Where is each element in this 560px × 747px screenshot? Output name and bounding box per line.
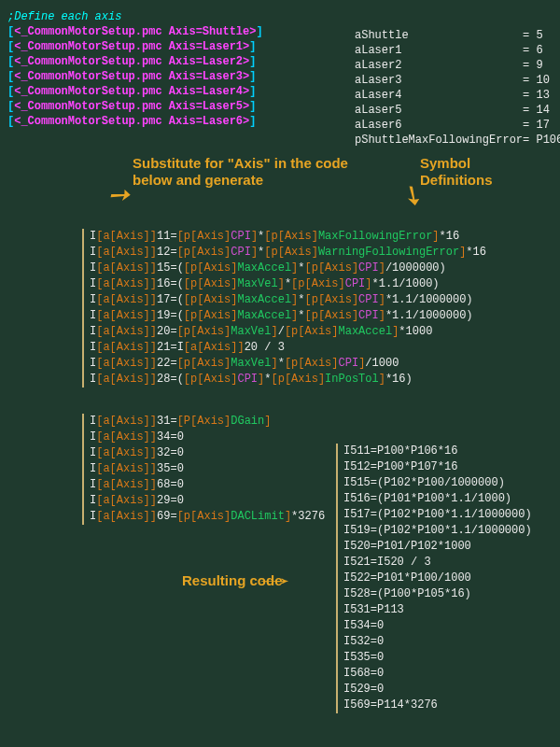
result-line: I521=I520 / 3 [343, 555, 532, 571]
symbol-row: aLaser3 = 10 [355, 73, 560, 88]
template-line: I[a[Axis]]29=0 [90, 493, 325, 509]
symbol-row: aLaser1 = 6 [355, 43, 560, 58]
include-line: [<_CommonMotorSetup.pmc Axis=Laser2>] [7, 54, 263, 69]
label-substitute: Substitute for "Axis" in the code below … [133, 155, 375, 189]
result-line: I519=(P102*P100*1.1/1000000) [343, 523, 532, 539]
template-line: I[a[Axis]]28=([p[Axis]CPI]*[p[Axis]InPos… [90, 372, 486, 388]
symbol-row: aLaser5 = 14 [355, 103, 560, 118]
comment-line: ;Define each axis [7, 9, 263, 24]
template-line: I[a[Axis]]34=0 [90, 430, 325, 445]
result-line: I516=(P101*P100*1.1/1000) [343, 491, 532, 507]
arrow-right-icon: → [261, 570, 288, 593]
symbol-row: aLaser6 = 17 [355, 118, 560, 133]
template-line: I[a[Axis]]11=[p[Axis]CPI]*[p[Axis]MaxFol… [90, 229, 486, 245]
result-line: I522=P101*P100/1000 [343, 571, 532, 586]
template-code-block-2: I[a[Axis]]31=[P[Axis]DGain]I[a[Axis]]34=… [82, 414, 325, 525]
symbol-table: aShuttle = 5aLaser1 = 6aLaser2 = 9aLaser… [355, 28, 560, 148]
template-line: I[a[Axis]]32=0 [90, 445, 325, 461]
include-line: [<_CommonMotorSetup.pmc Axis=Shuttle>] [7, 24, 263, 39]
result-line: I569=P114*3276 [343, 698, 532, 713]
include-line: [<_CommonMotorSetup.pmc Axis=Laser1>] [7, 39, 263, 54]
template-line: I[a[Axis]]20=[p[Axis]MaxVel]/[p[Axis]Max… [90, 324, 486, 340]
label-symdef: Symbol Definitions [420, 155, 532, 189]
include-line: [<_CommonMotorSetup.pmc Axis=Laser3>] [7, 69, 263, 84]
template-line: I[a[Axis]]15=([p[Axis]MaxAccel]*[p[Axis]… [90, 261, 486, 276]
result-line: I528=(P100*P105*16) [343, 586, 532, 602]
include-line: [<_CommonMotorSetup.pmc Axis=Laser5>] [7, 99, 263, 114]
result-line: I517=(P102*P100*1.1/1000000) [343, 507, 532, 523]
template-code-block-1: I[a[Axis]]11=[p[Axis]CPI]*[p[Axis]MaxFol… [82, 229, 486, 388]
symbol-row: pShuttleMaxFollowingError= P106 [355, 133, 560, 148]
result-line: I534=0 [343, 618, 532, 634]
result-line: I529=0 [343, 682, 532, 698]
symbol-row: aShuttle = 5 [355, 28, 560, 43]
include-lines: [<_CommonMotorSetup.pmc Axis=Shuttle>][<… [7, 24, 263, 129]
template-line: I[a[Axis]]19=([p[Axis]MaxAccel]*[p[Axis]… [90, 308, 486, 324]
result-line: I568=0 [343, 666, 532, 682]
template-line: I[a[Axis]]12=[p[Axis]CPI]*[p[Axis]Warnin… [90, 245, 486, 261]
template-line: I[a[Axis]]22=[p[Axis]MaxVel]*[p[Axis]CPI… [90, 356, 486, 372]
symbol-row: aLaser2 = 9 [355, 58, 560, 73]
template-line: I[a[Axis]]16=([p[Axis]MaxVel]*[p[Axis]CP… [90, 276, 486, 292]
symbol-row: aLaser4 = 13 [355, 88, 560, 103]
result-line: I520=P101/P102*1000 [343, 539, 532, 555]
result-code-block: I511=P100*P106*16I512=P100*P107*16I515=(… [336, 444, 532, 713]
template-line: I[a[Axis]]31=[P[Axis]DGain] [90, 414, 325, 430]
template-line: I[a[Axis]]69=[p[Axis]DACLimit]*3276 [90, 509, 325, 525]
result-line: I512=P100*P107*16 [343, 459, 532, 475]
result-line: I535=0 [343, 650, 532, 666]
result-line: I531=P113 [343, 602, 532, 618]
result-line: I515=(P102*P100/1000000) [343, 475, 532, 491]
template-line: I[a[Axis]]17=([p[Axis]MaxAccel]*[p[Axis]… [90, 292, 486, 308]
template-line: I[a[Axis]]21=I[a[Axis]]20 / 3 [90, 340, 486, 356]
result-line: I511=P100*P106*16 [343, 444, 532, 459]
template-line: I[a[Axis]]35=0 [90, 461, 325, 477]
include-block: ;Define each axis [<_CommonMotorSetup.pm… [7, 9, 263, 129]
include-line: [<_CommonMotorSetup.pmc Axis=Laser6>] [7, 114, 263, 129]
result-line: I532=0 [343, 634, 532, 650]
template-line: I[a[Axis]]68=0 [90, 477, 325, 493]
include-line: [<_CommonMotorSetup.pmc Axis=Laser4>] [7, 84, 263, 99]
